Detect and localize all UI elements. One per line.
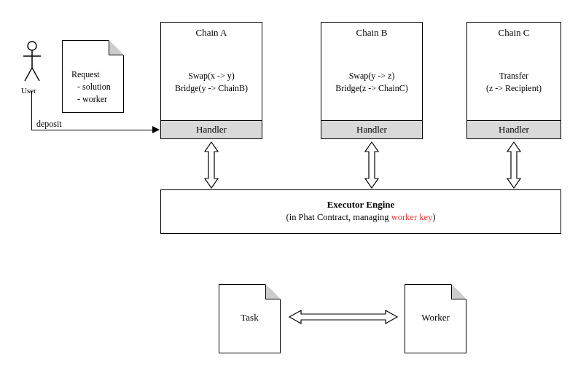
double-arrow-chain-a xyxy=(203,141,220,189)
chain-b-line1: Swap(y -> z) xyxy=(349,70,395,82)
executor-worker-key: worker key xyxy=(391,212,433,222)
deposit-label: deposit xyxy=(36,119,62,130)
deposit-arrow: deposit xyxy=(31,124,160,146)
request-document: Request - solution - worker xyxy=(62,40,124,113)
request-title: Request xyxy=(71,68,111,81)
chain-a-line2: Bridge(y -> ChainB) xyxy=(175,82,248,95)
double-arrow-task-worker xyxy=(288,308,399,326)
worker-label: Worker xyxy=(421,312,450,324)
task-label: Task xyxy=(241,312,258,324)
chain-a-title: Chain A xyxy=(161,23,262,44)
chain-a-body: Swap(x -> y) Bridge(y -> ChainB) xyxy=(161,44,262,120)
chain-c-line1: Transfer xyxy=(499,70,528,82)
chain-c-line2: (z -> Recipient) xyxy=(486,82,542,95)
chain-b-body: Swap(y -> z) Bridge(z -> ChainC) xyxy=(321,44,422,120)
chain-c-handler: Handler xyxy=(467,120,561,138)
executor-subtitle: (in Phat Contract, managing worker key) xyxy=(161,212,561,223)
worker-document: Worker xyxy=(405,284,466,353)
double-arrow-chain-c xyxy=(505,141,523,189)
svg-line-4 xyxy=(32,68,39,81)
double-arrow-chain-b xyxy=(363,141,380,189)
document-fold-icon xyxy=(265,285,280,299)
svg-line-3 xyxy=(25,68,32,81)
chain-c-box: Chain C Transfer (z -> Recipient) Handle… xyxy=(466,22,561,139)
user-label: User xyxy=(21,86,36,95)
document-fold-icon xyxy=(451,285,466,299)
chain-b-line2: Bridge(z -> ChainC) xyxy=(335,82,407,95)
chain-b-box: Chain B Swap(y -> z) Bridge(z -> ChainC)… xyxy=(321,22,423,139)
request-item-solution: - solution xyxy=(77,81,111,93)
executor-engine-box: Executor Engine (in Phat Contract, manag… xyxy=(160,189,561,234)
user-figure xyxy=(22,40,42,84)
chain-a-line1: Swap(x -> y) xyxy=(188,70,234,82)
chain-b-handler: Handler xyxy=(321,120,422,138)
svg-point-0 xyxy=(28,42,36,50)
executor-title: Executor Engine xyxy=(161,199,561,211)
chain-a-handler: Handler xyxy=(161,120,262,138)
request-text: Request - solution - worker xyxy=(71,68,111,105)
chain-a-box: Chain A Swap(x -> y) Bridge(y -> ChainB)… xyxy=(160,22,262,139)
document-fold-icon xyxy=(109,41,123,55)
chain-c-body: Transfer (z -> Recipient) xyxy=(467,44,561,120)
task-document: Task xyxy=(219,284,281,353)
chain-c-title: Chain C xyxy=(467,23,561,44)
chain-b-title: Chain B xyxy=(321,23,422,44)
request-item-worker: - worker xyxy=(77,93,111,106)
